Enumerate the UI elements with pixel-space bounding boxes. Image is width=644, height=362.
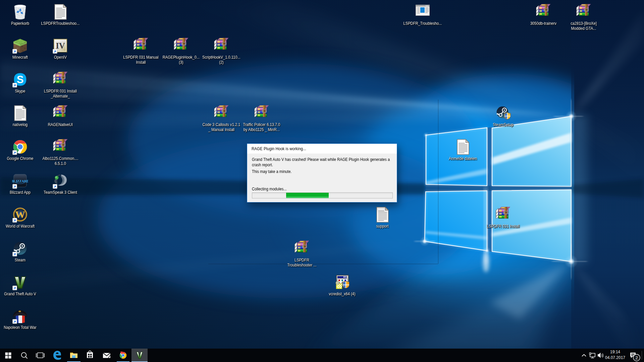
svg-text:19:14: 19:14 [610,350,620,354]
svg-text:04.07.2017: 04.07.2017 [605,355,625,360]
svg-text:2: 2 [635,355,638,360]
